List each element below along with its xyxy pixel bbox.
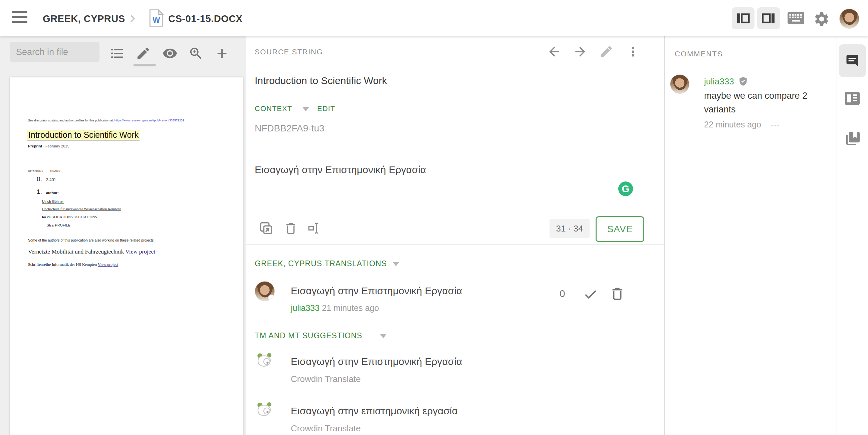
suggestion-provider: Crowdin Translate xyxy=(291,423,361,434)
comments-tab-icon xyxy=(845,54,859,68)
comments-header: COMMENTS xyxy=(675,50,723,58)
context-value: NFDBB2FA9-tu3 xyxy=(255,123,324,134)
tab-glossary[interactable] xyxy=(844,130,860,146)
more-kebab-icon[interactable] xyxy=(626,44,640,59)
grammarly-icon[interactable]: G xyxy=(618,181,633,196)
breadcrumb-chevron-icon xyxy=(126,13,138,25)
comment-author-avatar[interactable] xyxy=(670,74,689,94)
doc-project2-link[interactable]: View project xyxy=(98,262,119,267)
delete-translation-icon[interactable] xyxy=(284,221,298,235)
svg-text:W: W xyxy=(153,16,160,24)
suggestion-text[interactable]: Εισαγωγή στην επιστημονική εργασία xyxy=(291,405,458,417)
comment-text: maybe we can compare 2 variants xyxy=(704,89,814,116)
translation-input[interactable]: Εισαγωγή στην Επιστημονική Εργασία xyxy=(255,164,426,175)
layout-right-icon xyxy=(762,12,775,24)
editor-panel: SOURCE STRING Introduction to Scientific… xyxy=(246,36,665,435)
verified-shield-icon xyxy=(739,77,747,86)
doc-preprint-date: · February 2015 xyxy=(43,144,69,148)
preview-eye-icon[interactable] xyxy=(162,46,178,61)
tab-context[interactable] xyxy=(844,91,860,106)
doc-related-note: Some of the authors of this publication … xyxy=(28,238,155,242)
suggestions-chevron-down-icon[interactable] xyxy=(380,334,386,338)
doc-author-label: author: xyxy=(46,191,59,195)
strings-list-icon[interactable] xyxy=(110,46,125,61)
doc-project2-title: Schriftenreihe Informatik der HS Kempten xyxy=(28,262,97,267)
approve-check-icon[interactable] xyxy=(583,287,598,302)
prev-string-icon[interactable] xyxy=(547,44,561,59)
comments-panel: COMMENTS julia333 maybe we can compare 2… xyxy=(664,36,837,435)
sidebar-rail xyxy=(837,36,868,435)
doc-author-name-link[interactable]: Ulrich Göhner xyxy=(42,199,64,203)
doc-author-index: 1. xyxy=(37,188,42,196)
doc-header-text: See discussions, stats, and author profi… xyxy=(28,119,114,122)
doc-project1-title: Vernetzte Mobilität und Fahrzeugtechnik xyxy=(28,248,124,255)
doc-citations-label: CITATIONS xyxy=(28,169,43,172)
doc-header-link[interactable]: https://www.researchgate.net/publication… xyxy=(115,119,184,122)
glossary-tab-icon xyxy=(844,130,860,146)
suggestion-provider: Crowdin Translate xyxy=(291,374,361,384)
word-doc-icon: W xyxy=(149,9,163,27)
file-preview-panel: See discussions, stats, and author profi… xyxy=(0,36,246,435)
search-input[interactable] xyxy=(10,42,99,62)
side-by-side-mode-button[interactable] xyxy=(732,7,754,29)
edit-source-pencil-icon[interactable] xyxy=(599,44,614,59)
crowdin-panda-icon xyxy=(255,352,273,370)
doc-publications-label: PUBLICATIONS xyxy=(47,215,73,219)
doc-citations-count: 33 xyxy=(74,215,78,219)
context-edit-button[interactable]: EDIT xyxy=(317,104,335,113)
doc-citations-label2: CITATIONS xyxy=(78,215,97,219)
breadcrumb-project[interactable]: GREEK, CYPRUS xyxy=(43,13,125,24)
doc-reads-label: READS xyxy=(51,169,60,172)
doc-project1-link[interactable]: View project xyxy=(125,248,155,255)
context-tab-icon xyxy=(844,91,860,106)
tab-comments[interactable] xyxy=(839,44,866,77)
doc-citations-value: 0. xyxy=(37,175,42,183)
char-counter: 31 · 34 xyxy=(550,219,590,238)
keyboard-icon[interactable] xyxy=(787,11,805,25)
suggestions-section-header[interactable]: TM AND MT SUGGESTIONS xyxy=(255,331,362,340)
avatar-badge xyxy=(268,295,275,301)
context-chevron-down-icon[interactable] xyxy=(303,107,309,111)
breadcrumb-file[interactable]: CS-01-15.DOCX xyxy=(168,13,242,24)
translations-section-header[interactable]: GREEK, CYPRUS TRANSLATIONS xyxy=(255,259,387,268)
settings-gear-icon[interactable] xyxy=(813,11,830,27)
translation-author-avatar[interactable] xyxy=(255,281,275,301)
comfortable-mode-button[interactable] xyxy=(757,7,780,29)
top-bar: GREEK, CYPRUS W CS-01-15.DOCX xyxy=(0,0,868,36)
next-string-icon[interactable] xyxy=(573,44,588,59)
doc-title: Introduction to Scientific Work xyxy=(27,130,140,140)
translation-rating: 0 xyxy=(560,288,565,299)
doc-reads-value: 2,401 xyxy=(46,177,56,182)
source-string-header: SOURCE STRING xyxy=(255,48,323,56)
translation-author[interactable]: julia333 xyxy=(291,303,319,312)
translation-text[interactable]: Εισαγωγή στην Επιστημονική Εργασία xyxy=(291,285,462,297)
add-plus-icon[interactable] xyxy=(214,46,230,61)
menu-icon[interactable] xyxy=(12,11,27,24)
comment-time: 22 minutes ago xyxy=(704,120,761,129)
active-tool-underline xyxy=(133,64,156,66)
doc-publications-count: 64 xyxy=(42,215,46,219)
doc-preprint-label: Preprint xyxy=(28,144,42,148)
doc-see-profile-link[interactable]: SEE PROFILE xyxy=(47,224,70,227)
copy-source-icon[interactable] xyxy=(258,221,274,236)
crowdin-panda-icon xyxy=(255,401,273,419)
user-avatar[interactable] xyxy=(839,9,859,29)
delete-suggestion-icon[interactable] xyxy=(610,286,625,301)
translations-chevron-down-icon[interactable] xyxy=(393,262,399,266)
comment-more-button[interactable]: ... xyxy=(771,119,780,128)
zoom-in-icon[interactable] xyxy=(188,46,204,61)
save-button[interactable]: SAVE xyxy=(596,216,644,242)
layout-left-icon xyxy=(737,12,750,24)
document-preview[interactable]: See discussions, stats, and author profi… xyxy=(10,77,243,435)
translation-time: 21 minutes ago xyxy=(322,303,379,312)
select-text-icon[interactable] xyxy=(307,221,321,235)
comment-author[interactable]: julia333 xyxy=(704,76,734,87)
context-toggle[interactable]: CONTEXT xyxy=(255,104,292,113)
edit-pencil-icon[interactable] xyxy=(135,46,151,61)
source-string-text: Introduction to Scientific Work xyxy=(255,75,387,87)
doc-author-affiliation[interactable]: Hochschule für angewandte Wissenschaften… xyxy=(42,207,121,211)
suggestion-text[interactable]: Εισαγωγή στην Επιστημονική Εργασία xyxy=(291,356,462,367)
